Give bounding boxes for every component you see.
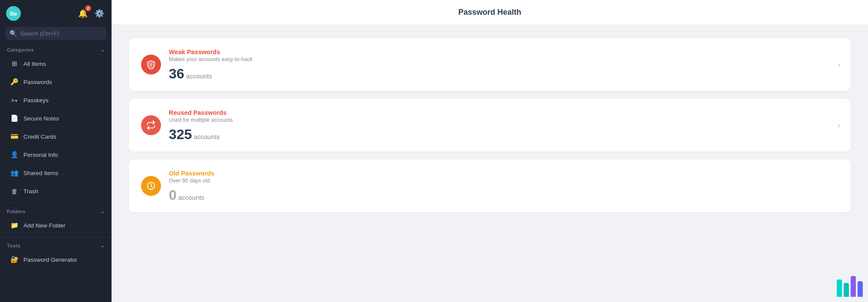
nav-personal-info[interactable]: 👤 Personal Info xyxy=(3,146,109,163)
categories-label: Categories xyxy=(7,47,34,52)
nav-password-generator[interactable]: 🔐 Password Generator xyxy=(3,251,109,268)
main-header: Password Health xyxy=(112,0,868,25)
search-icon: 🔍 xyxy=(10,30,17,37)
old-passwords-count: 0 xyxy=(169,187,177,203)
svg-text:!: ! xyxy=(150,63,151,68)
widget-bar-1 xyxy=(837,279,842,297)
nav-shared-items[interactable]: 👥 Shared Items xyxy=(3,164,109,182)
shared-items-label: Shared Items xyxy=(23,170,58,176)
trash-label: Trash xyxy=(23,188,38,195)
reused-passwords-count-label: accounts xyxy=(194,133,220,140)
all-items-label: All Items xyxy=(23,61,46,67)
main-content: Password Health ! Weak Passwords Makes y… xyxy=(112,0,868,302)
nav-add-folder[interactable]: 📁 Add New Folder xyxy=(3,217,109,234)
reused-passwords-chevron: › xyxy=(838,121,840,130)
nav-secure-notes[interactable]: 📄 Secure Notes xyxy=(3,110,109,127)
avatar[interactable]: Be xyxy=(6,6,21,21)
widget-bar-4 xyxy=(858,281,863,297)
weak-passwords-count: 36 xyxy=(169,66,184,81)
reused-passwords-icon-circle xyxy=(141,115,161,135)
sidebar: Be 🔔 2 ⚙️ 🔍 Search (Ctrl+F) Categories ⌄… xyxy=(0,0,112,302)
weak-passwords-card[interactable]: ! Weak Passwords Makes your accounts eas… xyxy=(129,38,851,91)
folders-section-header: Folders ⌄ xyxy=(0,206,112,216)
page-title: Password Health xyxy=(122,8,858,17)
nav-passkeys[interactable]: 🗝 Passkeys xyxy=(3,91,109,109)
settings-icon[interactable]: ⚙️ xyxy=(93,7,105,19)
notification-badge: 2 xyxy=(85,5,91,11)
search-placeholder: Search (Ctrl+F) xyxy=(20,30,59,37)
categories-toggle[interactable]: ⌄ xyxy=(100,47,105,53)
personal-info-label: Personal Info xyxy=(23,152,58,158)
weak-passwords-desc: Makes your accounts easy-to-hack xyxy=(169,56,838,62)
weak-passwords-icon-circle: ! xyxy=(141,55,161,75)
passkeys-icon: 🗝 xyxy=(10,95,19,105)
secure-notes-label: Secure Notes xyxy=(23,115,59,122)
reused-passwords-card[interactable]: Reused Passwords Used for multiple accou… xyxy=(129,99,851,152)
notification-button[interactable]: 🔔 2 xyxy=(77,7,89,19)
bottom-widget xyxy=(837,276,863,297)
credit-cards-label: Credit Cards xyxy=(23,133,56,140)
old-passwords-count-row: 0accounts xyxy=(169,188,838,202)
nav-all-items[interactable]: ⊞ All Items xyxy=(3,55,109,72)
nav-trash[interactable]: 🗑 Trash xyxy=(3,182,109,200)
trash-icon: 🗑 xyxy=(10,186,19,196)
weak-passwords-body: Weak Passwords Makes your accounts easy-… xyxy=(169,49,838,81)
weak-passwords-count-row: 36accounts xyxy=(169,67,838,81)
tools-toggle[interactable]: ⌄ xyxy=(100,243,105,249)
old-passwords-count-label: accounts xyxy=(178,194,204,201)
reused-passwords-title: Reused Passwords xyxy=(169,109,838,116)
password-generator-label: Password Generator xyxy=(23,257,77,263)
credit-cards-icon: 💳 xyxy=(10,132,19,141)
old-passwords-body: Old Passwords Over 90 days old 0accounts xyxy=(169,170,838,202)
reused-passwords-body: Reused Passwords Used for multiple accou… xyxy=(169,109,838,141)
passwords-icon: 🔑 xyxy=(10,77,19,87)
sidebar-header: Be 🔔 2 ⚙️ xyxy=(0,0,112,25)
divider-tools xyxy=(0,237,112,237)
categories-section-header: Categories ⌄ xyxy=(0,44,112,55)
old-passwords-icon-circle xyxy=(141,176,161,196)
reused-passwords-count-row: 325accounts xyxy=(169,127,838,141)
widget-bar-3 xyxy=(851,276,856,297)
folders-label: Folders xyxy=(7,209,26,214)
all-items-icon: ⊞ xyxy=(10,59,19,68)
divider-folders xyxy=(0,203,112,203)
secure-notes-icon: 📄 xyxy=(10,114,19,123)
old-passwords-desc: Over 90 days old xyxy=(169,178,838,184)
personal-info-icon: 👤 xyxy=(10,150,19,159)
shared-items-icon: 👥 xyxy=(10,168,19,178)
reused-passwords-desc: Used for multiple accounts xyxy=(169,117,838,123)
reused-passwords-count: 325 xyxy=(169,127,192,142)
clock-icon xyxy=(146,181,156,191)
weak-passwords-count-label: accounts xyxy=(186,72,212,80)
old-passwords-card[interactable]: Old Passwords Over 90 days old 0accounts xyxy=(129,159,851,212)
health-cards-container: ! Weak Passwords Makes your accounts eas… xyxy=(112,25,868,225)
old-passwords-title: Old Passwords xyxy=(169,170,838,177)
shield-alert-icon: ! xyxy=(146,60,156,69)
nav-passwords[interactable]: 🔑 Passwords xyxy=(3,73,109,91)
reuse-icon xyxy=(146,120,156,130)
tools-section-header: Tools ⌄ xyxy=(0,240,112,250)
passkeys-label: Passkeys xyxy=(23,97,49,104)
widget-bar-2 xyxy=(844,283,849,297)
search-bar[interactable]: 🔍 Search (Ctrl+F) xyxy=(5,27,106,40)
passwords-label: Passwords xyxy=(23,79,52,85)
tools-label: Tools xyxy=(7,243,20,248)
header-icons: 🔔 2 ⚙️ xyxy=(77,7,105,19)
weak-passwords-title: Weak Passwords xyxy=(169,49,838,55)
nav-credit-cards[interactable]: 💳 Credit Cards xyxy=(3,128,109,145)
add-folder-icon: 📁 xyxy=(10,221,19,230)
password-generator-icon: 🔐 xyxy=(10,255,19,264)
add-folder-label: Add New Folder xyxy=(23,222,66,229)
folders-toggle[interactable]: ⌄ xyxy=(100,208,105,214)
weak-passwords-chevron: › xyxy=(838,60,840,69)
